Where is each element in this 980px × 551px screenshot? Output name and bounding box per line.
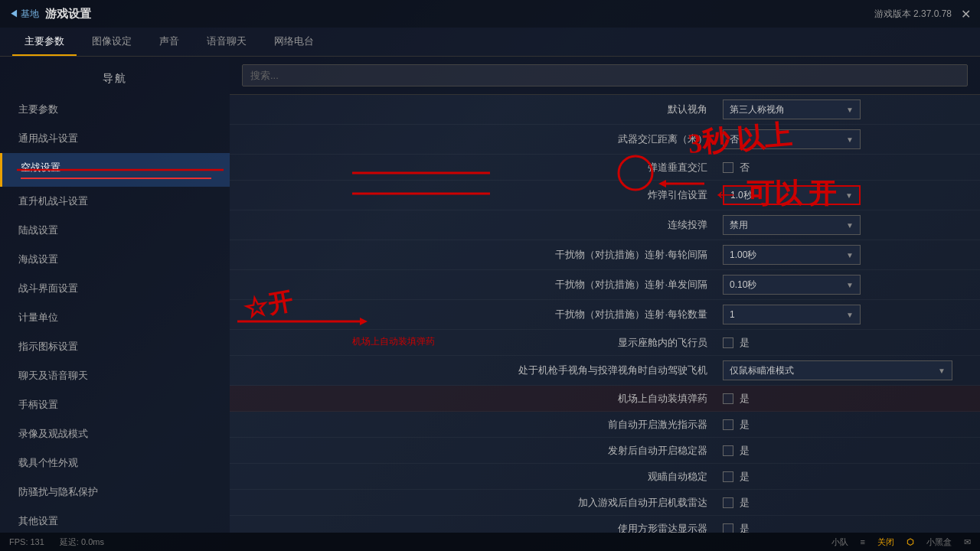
dropdown-bomb-fuze[interactable]: 1.0秒 ▼ <box>723 185 861 205</box>
setting-row-continuous-bombing: 连续投弹 禁用 ▼ <box>230 210 980 240</box>
chevron-down-icon: ▼ <box>938 367 946 375</box>
setting-row-weapon-convergence: 武器交汇距离（米） 否 ▼ <box>230 125 980 155</box>
checkbox-auto-aim-stabilize[interactable] <box>723 471 733 482</box>
tabbar: 主要参数 图像设定 声音 语音聊天 网络电台 <box>0 28 980 57</box>
xiaohei-logo: ⬡ <box>906 537 914 547</box>
setting-control-flare-round-interval: 1.00秒 ▼ <box>723 245 968 265</box>
dropdown-flare-round-interval[interactable]: 1.00秒 ▼ <box>723 245 861 265</box>
dropdown-autopilot-gunner[interactable]: 仅鼠标瞄准模式 ▼ <box>723 360 952 380</box>
setting-label-default-view: 默认视角 <box>242 103 723 116</box>
sidebar-item-icons[interactable]: 指示图标设置 <box>0 332 230 361</box>
checkbox-container-cockpit: 是 <box>723 336 750 350</box>
dropdown-value-flare-round-interval: 1.00秒 <box>730 249 756 262</box>
titlebar-right: 游戏版本 2.37.0.78 ✕ <box>874 7 971 21</box>
setting-label-flare-single-interval: 干扰物（对抗措施）连射·单发间隔 <box>242 278 723 292</box>
close-bottom-label[interactable]: 关闭 <box>877 536 894 548</box>
setting-label-ballistic-vertical: 弹道垂直交汇 <box>242 161 723 174</box>
chevron-down-icon: ▼ <box>845 191 853 200</box>
tab-main-params[interactable]: 主要参数 <box>12 28 77 56</box>
dropdown-flare-single-interval[interactable]: 0.10秒 ▼ <box>723 275 861 295</box>
sidebar-item-chat[interactable]: 聊天及语音聊天 <box>0 361 230 390</box>
setting-label-cockpit-crew: 显示座舱内的飞行员 <box>242 336 723 350</box>
checkbox-square-radar[interactable] <box>723 523 733 533</box>
setting-row-flare-single-interval: 干扰物（对抗措施）连射·单发间隔 0.10秒 ▼ <box>230 270 980 300</box>
setting-label-square-radar: 使用方形雷达显示器 <box>242 522 723 533</box>
setting-control-weapon-convergence: 否 ▼ <box>723 129 968 149</box>
setting-control-flare-count: 1 ▼ <box>723 305 968 324</box>
checkbox-auto-radar[interactable] <box>723 497 733 508</box>
dropdown-value-continuous-bombing: 禁用 <box>730 219 748 232</box>
checkbox-auto-laser[interactable] <box>723 419 733 430</box>
sidebar-item-battle-ui[interactable]: 战斗界面设置 <box>0 274 230 303</box>
checkbox-container-auto-aim: 是 <box>723 470 750 484</box>
sidebar-title: 导航 <box>0 66 230 95</box>
sidebar: 导航 主要参数 通用战斗设置 空战设置 直升机战斗设置 陆战设置 海战设置 战斗… <box>0 57 230 533</box>
setting-row-flare-count: 干扰物（对抗措施）连射·每轮数量 1 ▼ <box>230 300 980 330</box>
setting-control-auto-rearm: 是 <box>723 392 968 406</box>
chevron-down-icon: ▼ <box>846 251 854 259</box>
sidebar-item-other[interactable]: 其他设置 <box>0 507 230 533</box>
checkbox-container-auto-rearm: 是 <box>723 392 750 406</box>
back-button[interactable]: ◀ 基地 <box>9 8 39 21</box>
dropdown-value-autopilot-gunner: 仅鼠标瞄准模式 <box>730 364 794 377</box>
chat-icon[interactable]: ≡ <box>861 537 865 546</box>
xiaohei-label: 小黑盒 <box>926 536 952 548</box>
checkbox-label-auto-laser: 是 <box>740 418 750 432</box>
sidebar-item-air-combat[interactable]: 空战设置 <box>0 153 230 187</box>
dropdown-weapon-convergence[interactable]: 否 ▼ <box>723 129 861 149</box>
dropdown-value-flare-count: 1 <box>730 309 735 320</box>
setting-label-flare-count: 干扰物（对抗措施）连射·每轮数量 <box>242 308 723 321</box>
statusbar: FPS: 131 延迟: 0.0ms 小队 ≡ 关闭 ⬡ 小黑盒 ✉ <box>0 533 980 551</box>
setting-label-auto-laser: 前自动开启激光指示器 <box>242 418 723 432</box>
tab-voice[interactable]: 语音聊天 <box>194 28 259 56</box>
checkbox-label-ballistic-vertical: 否 <box>740 161 750 174</box>
sidebar-item-gamepad[interactable]: 手柄设置 <box>0 390 230 419</box>
dropdown-continuous-bombing[interactable]: 禁用 ▼ <box>723 215 861 235</box>
titlebar: ◀ 基地 游戏设置 游戏版本 2.37.0.78 ✕ <box>0 0 980 28</box>
sidebar-item-general-combat[interactable]: 通用战斗设置 <box>0 124 230 153</box>
mail-icon[interactable]: ✉ <box>964 537 971 547</box>
dropdown-value-default-view: 第三人称视角 <box>730 103 785 116</box>
sidebar-item-privacy[interactable]: 防骚扰与隐私保护 <box>0 478 230 507</box>
delay-label: 延迟: 0.0ms <box>60 536 104 548</box>
sidebar-item-vehicle-appearance[interactable]: 载具个性外观 <box>0 448 230 478</box>
setting-label-auto-rearm: 机场上自动装填弹药 <box>242 392 723 406</box>
checkbox-label-auto-stabilizer: 是 <box>740 444 750 458</box>
tab-sound[interactable]: 声音 <box>147 28 191 56</box>
setting-control-auto-stabilizer: 是 <box>723 444 968 458</box>
sidebar-item-replay[interactable]: 录像及观战模式 <box>0 419 230 448</box>
checkbox-auto-rearm[interactable] <box>723 393 733 404</box>
search-input[interactable] <box>242 64 968 86</box>
sidebar-item-helicopter[interactable]: 直升机战斗设置 <box>0 187 230 216</box>
sidebar-item-units[interactable]: 计量单位 <box>0 303 230 332</box>
content-panel: 默认视角 第三人称视角 ▼ 武器交汇距离（米） 否 ▼ <box>230 57 980 533</box>
dropdown-value-flare-single-interval: 0.10秒 <box>730 279 756 292</box>
checkbox-container-auto-radar: 是 <box>723 496 750 510</box>
sidebar-item-land[interactable]: 陆战设置 <box>0 216 230 245</box>
checkbox-auto-stabilizer[interactable] <box>723 445 733 456</box>
version-label: 游戏版本 2.37.0.78 <box>874 8 952 21</box>
setting-label-auto-radar: 加入游戏后自动开启机载雷达 <box>242 496 723 510</box>
checkbox-container-auto-stabilizer: 是 <box>723 444 750 458</box>
close-button[interactable]: ✕ <box>961 7 971 21</box>
search-bar <box>230 57 980 95</box>
sidebar-item-naval[interactable]: 海战设置 <box>0 245 230 274</box>
dropdown-flare-count[interactable]: 1 ▼ <box>723 305 861 324</box>
setting-label-bomb-fuze: 炸弹引信设置 <box>242 188 723 202</box>
checkbox-label-square-radar: 是 <box>740 522 750 533</box>
checkbox-cockpit-crew[interactable] <box>723 337 733 348</box>
sidebar-item-main-params[interactable]: 主要参数 <box>0 95 230 124</box>
setting-control-ballistic-vertical: 否 <box>723 161 968 174</box>
setting-label-auto-stabilizer: 发射后自动开启稳定器 <box>242 444 723 458</box>
setting-control-autopilot-gunner: 仅鼠标瞄准模式 ▼ <box>723 360 968 380</box>
chevron-down-icon: ▼ <box>846 221 854 230</box>
checkbox-ballistic-vertical[interactable] <box>723 162 733 173</box>
checkbox-label-cockpit-crew: 是 <box>740 336 750 350</box>
fps-label: FPS: 131 <box>9 537 44 546</box>
page-title: 游戏设置 <box>45 7 91 21</box>
tab-radio[interactable]: 网络电台 <box>262 28 326 56</box>
checkbox-label-auto-radar: 是 <box>740 496 750 510</box>
dropdown-default-view[interactable]: 第三人称视角 ▼ <box>723 99 861 119</box>
dropdown-value-bomb-fuze: 1.0秒 <box>730 189 753 202</box>
tab-graphics[interactable]: 图像设定 <box>80 28 144 56</box>
